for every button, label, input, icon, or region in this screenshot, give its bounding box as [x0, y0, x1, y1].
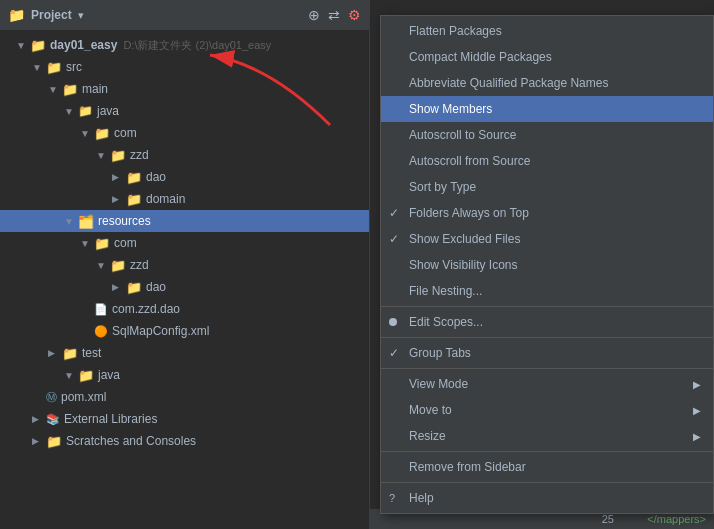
- menu-item-label: View Mode: [409, 377, 468, 391]
- menu-item-edit-scopes[interactable]: Edit Scopes...: [381, 309, 713, 335]
- tree-label: dao: [146, 170, 166, 184]
- menu-divider: [381, 337, 713, 338]
- menu-item-label: Edit Scopes...: [409, 315, 483, 329]
- checkmark-icon: ✓: [389, 346, 399, 360]
- menu-divider: [381, 482, 713, 483]
- tree-label: pom.xml: [61, 390, 106, 404]
- menu-item-label: File Nesting...: [409, 284, 482, 298]
- menu-item-file-nesting[interactable]: File Nesting...: [381, 278, 713, 304]
- mappers-closing-tag: </mappers>: [647, 513, 706, 525]
- menu-item-abbreviate[interactable]: Abbreviate Qualified Package Names: [381, 70, 713, 96]
- tree-item-ext-libs[interactable]: ▶ 📚 External Libraries: [0, 408, 369, 430]
- tree-item-pom[interactable]: Ⓜ pom.xml: [0, 386, 369, 408]
- tree-label: SqlMapConfig.xml: [112, 324, 209, 338]
- context-menu: Flatten Packages Compact Middle Packages…: [380, 15, 714, 514]
- menu-item-sort-by-type[interactable]: Sort by Type: [381, 174, 713, 200]
- menu-item-autoscroll-to-source[interactable]: Autoscroll to Source: [381, 122, 713, 148]
- menu-item-compact-middle[interactable]: Compact Middle Packages: [381, 44, 713, 70]
- tree-item-scratches[interactable]: ▶ 📁 Scratches and Consoles: [0, 430, 369, 452]
- menu-item-label: Folders Always on Top: [409, 206, 529, 220]
- tree-item-test[interactable]: ▶ 📁 test: [0, 342, 369, 364]
- menu-item-autoscroll-from-source[interactable]: Autoscroll from Source: [381, 148, 713, 174]
- menu-item-view-mode[interactable]: View Mode ▶: [381, 371, 713, 397]
- tree-item-day01easy[interactable]: ▼ 📁 day01_easy D:\新建文件夹 (2)\day01_easy: [0, 34, 369, 56]
- tree-label: Scratches and Consoles: [66, 434, 196, 448]
- menu-item-label: Move to: [409, 403, 452, 417]
- menu-item-label: Help: [409, 491, 434, 505]
- tree-item-com-zzd-dao[interactable]: 📄 com.zzd.dao: [0, 298, 369, 320]
- tree-label: zzd: [130, 148, 149, 162]
- menu-item-flatten-packages[interactable]: Flatten Packages: [381, 18, 713, 44]
- project-panel: 📁 Project ▾ ⊕ ⇄ ⚙ ▼ 📁 day01_easy D:\新建文件…: [0, 0, 370, 529]
- tree-item-sqlmapconfig[interactable]: 🟠 SqlMapConfig.xml: [0, 320, 369, 342]
- tree-item-com[interactable]: ▼ 📁 com: [0, 122, 369, 144]
- header-icons: ⊕ ⇄ ⚙: [308, 7, 361, 23]
- settings-icon[interactable]: ⚙: [348, 7, 361, 23]
- checkmark-icon: ✓: [389, 206, 399, 220]
- menu-item-label: Abbreviate Qualified Package Names: [409, 76, 608, 90]
- radio-dot-icon: [389, 318, 397, 326]
- tree-item-main[interactable]: ▼ 📁 main: [0, 78, 369, 100]
- tree-item-test-java[interactable]: ▼ 📁 java: [0, 364, 369, 386]
- menu-item-label: Show Visibility Icons: [409, 258, 518, 272]
- menu-item-label: Flatten Packages: [409, 24, 502, 38]
- submenu-arrow-icon: ▶: [693, 405, 701, 416]
- tree-label: zzd: [130, 258, 149, 272]
- menu-item-show-visibility-icons[interactable]: Show Visibility Icons: [381, 252, 713, 278]
- tree-label: com: [114, 126, 137, 140]
- menu-item-move-to[interactable]: Move to ▶: [381, 397, 713, 423]
- menu-divider: [381, 451, 713, 452]
- menu-item-resize[interactable]: Resize ▶: [381, 423, 713, 449]
- menu-item-folders-always-on-top[interactable]: ✓ Folders Always on Top: [381, 200, 713, 226]
- tree-item-dao[interactable]: ▶ 📁 dao: [0, 166, 369, 188]
- folder-icon: 📁: [8, 7, 25, 23]
- menu-divider: [381, 306, 713, 307]
- dropdown-arrow-icon[interactable]: ▾: [78, 9, 84, 22]
- expand-icon[interactable]: ⇄: [328, 7, 340, 23]
- tree-item-res-com[interactable]: ▼ 📁 com: [0, 232, 369, 254]
- tree-label: dao: [146, 280, 166, 294]
- tree-label: com: [114, 236, 137, 250]
- tree-item-resources[interactable]: ▼ 🗂️ resources: [0, 210, 369, 232]
- checkmark-icon: ✓: [389, 232, 399, 246]
- tree-label: domain: [146, 192, 185, 206]
- menu-item-label: Autoscroll to Source: [409, 128, 516, 142]
- tree-label: main: [82, 82, 108, 96]
- tree-label: java: [97, 104, 119, 118]
- menu-item-label: Remove from Sidebar: [409, 460, 526, 474]
- menu-item-remove-from-sidebar[interactable]: Remove from Sidebar: [381, 454, 713, 480]
- tree-path: D:\新建文件夹 (2)\day01_easy: [123, 38, 271, 53]
- menu-item-label: Resize: [409, 429, 446, 443]
- menu-item-label: Show Members: [409, 102, 492, 116]
- menu-item-help[interactable]: ? Help: [381, 485, 713, 511]
- tree-item-zzd[interactable]: ▼ 📁 zzd: [0, 144, 369, 166]
- submenu-arrow-icon: ▶: [693, 379, 701, 390]
- tree-item-domain[interactable]: ▶ 📁 domain: [0, 188, 369, 210]
- panel-title: Project: [31, 8, 72, 22]
- menu-item-label: Autoscroll from Source: [409, 154, 530, 168]
- submenu-arrow-icon: ▶: [693, 431, 701, 442]
- tree-label: com.zzd.dao: [112, 302, 180, 316]
- tree-item-res-zzd[interactable]: ▼ 📁 zzd: [0, 254, 369, 276]
- menu-item-show-excluded-files[interactable]: ✓ Show Excluded Files: [381, 226, 713, 252]
- menu-item-show-members[interactable]: Show Members: [381, 96, 713, 122]
- tree-item-java[interactable]: ▼ 📁 java: [0, 100, 369, 122]
- tree-container: ▼ 📁 day01_easy D:\新建文件夹 (2)\day01_easy ▼…: [0, 30, 369, 529]
- menu-item-label: Sort by Type: [409, 180, 476, 194]
- tree-item-res-dao[interactable]: ▶ 📁 dao: [0, 276, 369, 298]
- menu-item-label: Show Excluded Files: [409, 232, 520, 246]
- locate-icon[interactable]: ⊕: [308, 7, 320, 23]
- tree-item-src[interactable]: ▼ 📁 src: [0, 56, 369, 78]
- menu-item-label: Compact Middle Packages: [409, 50, 552, 64]
- tree-label: src: [66, 60, 82, 74]
- tree-label: java: [98, 368, 120, 382]
- question-icon: ?: [389, 492, 395, 504]
- tree-label: test: [82, 346, 101, 360]
- menu-divider: [381, 368, 713, 369]
- menu-item-label: Group Tabs: [409, 346, 471, 360]
- menu-item-group-tabs[interactable]: ✓ Group Tabs: [381, 340, 713, 366]
- tree-label: External Libraries: [64, 412, 157, 426]
- tree-label: day01_easy: [50, 38, 117, 52]
- panel-header: 📁 Project ▾ ⊕ ⇄ ⚙: [0, 0, 369, 30]
- tree-label: resources: [98, 214, 151, 228]
